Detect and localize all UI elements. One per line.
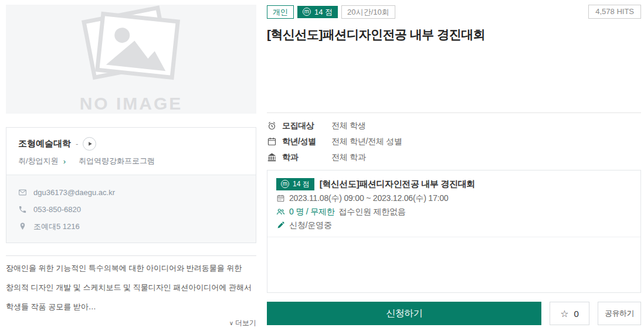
info-row-grade-gender: 학년/성별 전체 학년/전체 성별 xyxy=(267,134,641,149)
hits-counter: 4,578 HITS xyxy=(588,5,641,19)
info-label: 학년/성별 xyxy=(282,137,331,147)
session-card: m 14 점 [혁신선도]패션디자인전공 내부 경진대회 2023.11.08(… xyxy=(267,170,641,293)
more-link[interactable]: ∨더보기 xyxy=(229,319,256,327)
no-image-label: NO IMAGE xyxy=(80,94,183,114)
session-capacity-row: 0 명 / 무제한 접수인원 제한없음 xyxy=(276,205,632,219)
bank-icon xyxy=(267,152,277,163)
star-icon: ☆ xyxy=(560,308,568,319)
alarm-clock-icon xyxy=(267,121,277,131)
info-value: 전체 학생 xyxy=(331,121,365,131)
no-image-placeholder: NO IMAGE xyxy=(6,5,256,114)
breadcrumb: 취/창업지원 › 취업역량강화프로그램 xyxy=(18,156,244,166)
info-row-department: 학과 전체 학과 xyxy=(267,149,641,165)
contact-phone: 053-850-6820 xyxy=(33,205,81,214)
calendar-icon xyxy=(276,194,285,203)
info-label: 학과 xyxy=(282,152,331,163)
pen-icon xyxy=(276,221,285,230)
session-date-range: 2023.11.08(수) 09:00 ~ 2023.12.06(수) 17:0… xyxy=(289,193,448,204)
action-row: 신청하기 ☆ 0 공유하기 xyxy=(267,302,641,325)
session-status-row: 신청/운영중 xyxy=(276,219,632,232)
play-button[interactable] xyxy=(83,137,96,151)
info-row-target: 모집대상 전체 학생 xyxy=(267,118,641,134)
info-value: 전체 학과 xyxy=(331,152,365,163)
session-card-body xyxy=(267,237,640,292)
share-button[interactable]: 공유하기 xyxy=(598,302,641,325)
contact-email: dgu36173@daegu.ac.kr xyxy=(33,188,115,197)
session-date-row: 2023.11.08(수) 09:00 ~ 2023.12.06(수) 17:0… xyxy=(276,192,632,205)
divider xyxy=(6,255,256,256)
session-capacity-note: 접수인원 제한없음 xyxy=(339,207,406,217)
contact-section: dgu36173@daegu.ac.kr 053-850-6820 조예대5 1… xyxy=(6,175,256,243)
badge-points: m 14 점 xyxy=(297,6,338,18)
organization-card-header: 조형예술대학 - 취/창업지원 › 취업역량강화프로그램 xyxy=(6,128,256,175)
map-pin-icon xyxy=(18,222,27,231)
badge-points-label: 14 점 xyxy=(314,7,333,17)
more-row: ∨더보기 xyxy=(6,317,256,328)
left-column: NO IMAGE 조형예술대학 - 취/창업지원 › 취업역량강화프로그램 xyxy=(6,5,256,325)
program-detail-page: NO IMAGE 조형예술대학 - 취/창업지원 › 취업역량강화프로그램 xyxy=(0,0,644,331)
right-column: 개인 m 14 점 20시간/10회 4,578 HITS [혁신선도]패션디자… xyxy=(267,5,641,325)
session-badge-label: 14 점 xyxy=(293,179,310,189)
no-image-photos-icon xyxy=(73,5,190,93)
favorite-count: 0 xyxy=(574,309,579,319)
badge-hours: 20시간/10회 xyxy=(341,5,395,19)
session-status: 신청/운영중 xyxy=(289,220,332,231)
contact-email-row: dgu36173@daegu.ac.kr xyxy=(18,184,244,201)
breadcrumb-program: 취업역량강화프로그램 xyxy=(79,156,155,166)
favorite-button[interactable]: ☆ 0 xyxy=(550,302,589,325)
organization-dash: - xyxy=(76,139,78,148)
contact-location-row: 조예대5 1216 xyxy=(18,218,244,235)
info-label: 모집대상 xyxy=(282,121,331,131)
breadcrumb-category: 취/창업지원 xyxy=(18,156,59,166)
page-title: [혁신선도]패션디자인전공 내부 경진대회 xyxy=(267,26,641,43)
session-capacity-highlight: 0 명 / 무제한 xyxy=(289,207,335,217)
organization-name: 조형예술대학 xyxy=(18,138,71,149)
badge-row: 개인 m 14 점 20시간/10회 4,578 HITS xyxy=(267,5,641,19)
session-badge-points: m 14 점 xyxy=(276,178,314,190)
chevron-right-icon: › xyxy=(63,157,66,166)
chevron-down-icon: ∨ xyxy=(229,320,233,326)
info-value: 전체 학년/전체 성별 xyxy=(331,137,402,147)
session-card-header: m 14 점 [혁신선도]패션디자인전공 내부 경진대회 2023.11.08(… xyxy=(267,170,640,237)
phone-icon xyxy=(18,205,27,214)
badge-personal: 개인 xyxy=(267,5,294,19)
m-circle-icon: m xyxy=(281,180,289,188)
apply-button[interactable]: 신청하기 xyxy=(267,302,541,325)
session-title: [혁신선도]패션디자인전공 내부 경진대회 xyxy=(320,179,475,190)
people-icon xyxy=(276,207,285,216)
contact-location: 조예대5 1216 xyxy=(33,221,80,232)
m-circle-icon: m xyxy=(303,8,311,16)
envelope-icon xyxy=(18,188,27,197)
info-section: 모집대상 전체 학생 학년/성별 전체 학년/전체 성별 학과 전체 학과 xyxy=(267,112,641,165)
calendar-icon xyxy=(267,137,277,147)
play-icon xyxy=(87,141,93,147)
more-label: 더보기 xyxy=(235,319,256,327)
program-description: 장애인을 위한 기능적인 특수의복에 대한 아이디어와 반려동물을 위한 창의적… xyxy=(6,258,256,316)
contact-phone-row: 053-850-6820 xyxy=(18,201,244,218)
organization-card: 조형예술대학 - 취/창업지원 › 취업역량강화프로그램 dgu36173@da… xyxy=(6,127,256,243)
